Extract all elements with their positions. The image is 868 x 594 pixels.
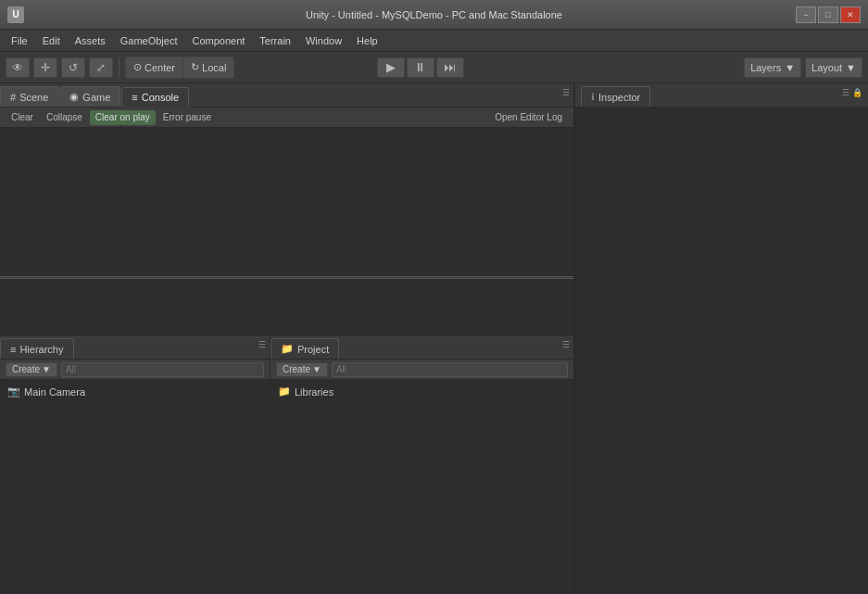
upper-tab-menu-icon[interactable]: ☰	[562, 88, 570, 97]
pause-button[interactable]: ⏸	[407, 57, 434, 78]
hierarchy-item[interactable]: 📷 Main Camera	[4, 384, 266, 399]
console-content	[0, 128, 573, 276]
hierarchy-label: Hierarchy	[19, 344, 63, 355]
title-bar: U Unity - Untitled - MySQLDemo - PC and …	[0, 0, 868, 30]
console-toolbar: Clear Collapse Clear on play Error pause…	[0, 107, 573, 128]
tab-inspector[interactable]: ℹ Inspector	[581, 86, 650, 107]
pivot-center-button[interactable]: ⊙ Center	[126, 57, 183, 78]
layout-chevron-icon: ▼	[846, 62, 856, 73]
inspector-label: Inspector	[598, 92, 640, 103]
pivot-group: ⊙ Center ↻ Local	[125, 57, 234, 79]
tab-game[interactable]: ◉ Game	[59, 86, 120, 107]
pivot-center-label: Center	[145, 62, 175, 73]
project-create-label: Create	[283, 364, 310, 374]
window-controls: − □ ✕	[796, 6, 861, 23]
create-label: Create	[12, 364, 40, 374]
tab-console-label: Console	[142, 92, 179, 103]
menu-file[interactable]: File	[4, 33, 35, 48]
project-toolbar: Create ▼	[270, 360, 573, 380]
play-button[interactable]: ▶	[377, 57, 405, 78]
menu-bar: File Edit Assets GameObject Component Te…	[0, 30, 868, 52]
hierarchy-tab-bar: ≡ Hierarchy ☰	[0, 335, 270, 360]
main-area: # Scene ◉ Game ≡ Console ☰ Clear Collaps…	[0, 83, 868, 594]
toolbar-separator-1	[119, 57, 120, 78]
left-panel: # Scene ◉ Game ≡ Console ☰ Clear Collaps…	[0, 83, 574, 594]
inspector-menu-icon[interactable]: ☰	[842, 88, 849, 97]
project-create-chevron-icon: ▼	[312, 364, 321, 374]
console-detail	[0, 279, 573, 335]
tab-scene-label: Scene	[19, 92, 48, 103]
local-icon: ↻	[191, 61, 199, 73]
minimize-button[interactable]: −	[796, 6, 816, 23]
create-chevron-icon: ▼	[42, 364, 51, 374]
pivot-local-label: Local	[202, 62, 226, 73]
project-tab-menu-icon[interactable]: ☰	[562, 340, 570, 349]
inspector-lock-icon[interactable]: 🔒	[852, 88, 862, 97]
project-label: Project	[297, 344, 329, 355]
menu-window[interactable]: Window	[298, 33, 349, 48]
toolbar-right: Layers ▼ Layout ▼	[744, 57, 862, 78]
project-panel: 📁 Project ☰ Create ▼ 📁 Libraries	[270, 335, 573, 594]
project-item[interactable]: 📁 Libraries	[274, 384, 570, 399]
scale-tool-button[interactable]: ⤢	[89, 57, 113, 78]
layers-label: Layers	[750, 62, 781, 73]
project-icon: 📁	[281, 343, 294, 355]
unity-icon: U	[7, 6, 24, 23]
layers-chevron-icon: ▼	[785, 62, 795, 73]
window-title: Unity - Untitled - MySQLDemo - PC and Ma…	[0, 9, 868, 20]
bottom-panels: ≡ Hierarchy ☰ Create ▼ 📷 Main Camera	[0, 335, 573, 594]
folder-icon: 📁	[278, 385, 291, 398]
hierarchy-content: 📷 Main Camera	[0, 380, 270, 594]
tab-hierarchy[interactable]: ≡ Hierarchy	[0, 338, 74, 359]
menu-component[interactable]: Component	[184, 33, 252, 48]
hand-tool-button[interactable]: 👁	[6, 57, 30, 78]
error-pause-button[interactable]: Error pause	[157, 110, 217, 125]
hierarchy-panel: ≡ Hierarchy ☰ Create ▼ 📷 Main Camera	[0, 335, 270, 594]
inspector-content	[575, 107, 868, 594]
menu-edit[interactable]: Edit	[35, 33, 68, 48]
tab-game-label: Game	[82, 92, 110, 103]
clear-button[interactable]: Clear	[6, 110, 39, 125]
move-tool-button[interactable]: ✛	[33, 57, 57, 78]
playback-controls: ▶ ⏸ ⏭	[377, 57, 464, 78]
rotate-tool-button[interactable]: ↺	[61, 57, 85, 78]
menu-gameobject[interactable]: GameObject	[113, 33, 185, 48]
layout-dropdown[interactable]: Layout ▼	[805, 57, 862, 78]
maximize-button[interactable]: □	[818, 6, 838, 23]
project-content: 📁 Libraries	[270, 380, 573, 594]
menu-help[interactable]: Help	[349, 33, 385, 48]
hierarchy-tab-menu-icon[interactable]: ☰	[258, 340, 266, 349]
layout-label: Layout	[811, 62, 842, 73]
camera-icon: 📷	[7, 385, 20, 398]
tab-scene[interactable]: # Scene	[0, 86, 58, 107]
close-button[interactable]: ✕	[840, 6, 861, 23]
menu-assets[interactable]: Assets	[68, 33, 113, 48]
inspector-panel: ℹ Inspector 🔒 ☰	[574, 83, 868, 594]
menu-terrain[interactable]: Terrain	[252, 33, 298, 48]
hierarchy-search-input[interactable]	[61, 362, 264, 377]
clear-on-play-button[interactable]: Clear on play	[90, 110, 156, 125]
pivot-local-button[interactable]: ↻ Local	[183, 57, 233, 78]
project-tab-bar: 📁 Project ☰	[270, 335, 573, 360]
toolbar: 👁 ✛ ↺ ⤢ ⊙ Center ↻ Local ▶ ⏸ ⏭ Layers ▼ …	[0, 52, 868, 83]
inspector-info-icon: ℹ	[591, 92, 595, 102]
project-item-name: Libraries	[295, 386, 333, 398]
pivot-icon: ⊙	[133, 61, 142, 73]
hierarchy-item-name: Main Camera	[24, 386, 85, 398]
project-search-input[interactable]	[332, 362, 568, 377]
layers-dropdown[interactable]: Layers ▼	[744, 57, 801, 78]
inspector-tab-bar: ℹ Inspector 🔒 ☰	[575, 83, 868, 107]
game-icon: ◉	[69, 91, 79, 103]
console-icon: ≡	[132, 92, 137, 103]
scene-grid-icon: #	[10, 92, 16, 103]
step-button[interactable]: ⏭	[436, 57, 464, 78]
open-editor-log-button[interactable]: Open Editor Log	[489, 110, 568, 125]
collapse-button[interactable]: Collapse	[41, 110, 88, 125]
upper-tab-bar: # Scene ◉ Game ≡ Console ☰	[0, 83, 573, 107]
hierarchy-toolbar: Create ▼	[0, 360, 270, 380]
hierarchy-icon: ≡	[10, 344, 16, 355]
tab-console[interactable]: ≡ Console	[121, 87, 189, 107]
project-create-button[interactable]: Create ▼	[276, 362, 328, 377]
hierarchy-create-button[interactable]: Create ▼	[6, 362, 57, 377]
tab-project[interactable]: 📁 Project	[270, 338, 339, 359]
